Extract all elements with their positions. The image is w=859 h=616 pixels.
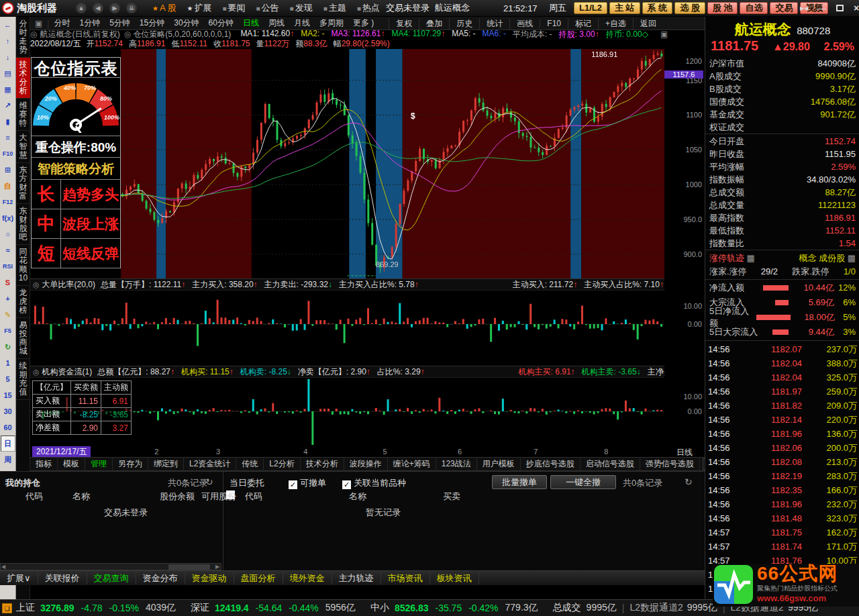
chart-tool-2[interactable]: 历史 — [449, 18, 479, 30]
bottom-tab-7[interactable]: 主力轨迹 — [332, 572, 381, 584]
nav-forward-icon[interactable]: ▶ — [109, 3, 120, 13]
volume-ratio-chart[interactable] — [30, 291, 664, 364]
f5-icon[interactable]: F5 — [1, 323, 15, 339]
chart-tool-1[interactable]: 叠加 — [419, 18, 449, 30]
indicator-tab-6[interactable]: 传统 — [236, 457, 264, 471]
bottom-tab-6[interactable]: 境外资金 — [283, 572, 332, 584]
topbar-button-3[interactable]: 选 股 — [674, 2, 705, 14]
nav-up-icon[interactable]: ▲ — [76, 3, 87, 13]
line-chart-icon[interactable]: ↗ — [1, 97, 15, 113]
top-menu-1[interactable]: ★扩展 — [187, 2, 212, 14]
bottom-tab-8[interactable]: 市场资讯 — [381, 572, 430, 584]
close-button[interactable]: × — [854, 3, 859, 13]
bottom-tab-5[interactable]: 盘面分析 — [234, 572, 283, 584]
topbar-button-4[interactable]: 股 池 — [707, 2, 738, 14]
top-menu-4[interactable]: ■发现 — [290, 2, 313, 14]
nav-more-icon[interactable]: ⇊ — [126, 3, 137, 13]
strategy-icon[interactable]: ◎ — [124, 30, 131, 39]
bottom-tab-1[interactable]: 关联报价 — [38, 572, 87, 584]
sidebar-period-30[interactable]: 30 — [1, 403, 15, 419]
topbar-button-1[interactable]: 主 站 — [609, 2, 640, 14]
sidebar-tab-9[interactable]: 续 期 充 值 — [16, 359, 30, 400]
indicator-tab-10[interactable]: 缠论+筹码 — [388, 457, 436, 471]
period-tab-6[interactable]: 日线 — [238, 17, 264, 29]
sidebar-tab-8[interactable]: 易 投 商 城 — [16, 318, 30, 359]
order-filter-check-1[interactable]: ✓关联当前品种 — [342, 477, 406, 489]
indicator-tab-2[interactable]: 管理 — [85, 457, 113, 471]
chart-tool-8[interactable]: 返回 — [633, 18, 663, 30]
sidebar-tab-1[interactable]: 技 术 分 析 — [16, 58, 30, 99]
indicator-tab-9[interactable]: 波段操作 — [344, 457, 388, 471]
indicator-tab-13[interactable]: 抄底信号选股 — [521, 457, 580, 471]
collapse-icon[interactable]: ◎ — [30, 30, 37, 39]
bottom-tab-0[interactable]: 扩展∨ — [0, 572, 38, 584]
cancel-all-button[interactable]: 一键全撤 — [550, 475, 616, 489]
limit-track-link[interactable]: 涨停轨迹 ▦ — [709, 252, 755, 264]
auto-select-icon[interactable]: 自 — [1, 178, 15, 194]
up-icon[interactable]: ↑ — [1, 33, 15, 49]
f12-icon[interactable]: F12 — [1, 194, 15, 210]
holdings-scrollbar[interactable]: ◀ ▶ — [0, 563, 221, 570]
move-cross-icon[interactable]: + — [1, 291, 15, 307]
sidebar-tab-6[interactable]: 同 花 顺 10 — [16, 245, 30, 286]
sidebar-tab-4[interactable]: 东 方 财 富 — [16, 163, 30, 204]
period-tab-0[interactable]: 分时 — [49, 17, 74, 29]
indicator-tab-4[interactable]: 绑定到 — [148, 457, 184, 471]
period-tab-4[interactable]: 30分钟 — [169, 17, 203, 29]
concept-links[interactable]: 概念 成份股 ▦ — [799, 252, 856, 264]
report-icon[interactable]: ▤ — [1, 65, 15, 81]
indicator-tab-1[interactable]: 模板 — [58, 457, 85, 471]
indicator-tab-12[interactable]: 用户模板 — [477, 457, 521, 471]
kline-chart[interactable] — [30, 49, 664, 278]
sidebar-tab-5[interactable]: 东 财 股 吧 — [16, 204, 30, 245]
sidebar-tab-2[interactable]: 维 赛 特 — [16, 99, 30, 131]
refresh-icon[interactable]: ↻ — [1, 339, 15, 355]
news-icon[interactable]: ≡ — [1, 130, 15, 146]
chart-tool-3[interactable]: 统计 — [479, 18, 509, 30]
sidebar-tab-7[interactable]: 龙 虎 榜 — [16, 286, 30, 318]
period-tab-2[interactable]: 5分钟 — [105, 17, 135, 29]
nav-back-icon[interactable]: ◀ — [93, 3, 103, 13]
top-menu-3[interactable]: ■公告 — [256, 2, 279, 14]
candle-chart-icon[interactable]: ▮ — [1, 113, 15, 130]
period-tab-8[interactable]: 月线 — [289, 17, 315, 29]
current-board[interactable]: 航运概念 — [435, 2, 470, 14]
sidebar-period-15[interactable]: 15 — [1, 387, 15, 403]
indicator-tab-7[interactable]: L2分析 — [264, 457, 300, 471]
maximize-button[interactable] — [836, 3, 844, 13]
sidebar-period-60[interactable]: 60 — [1, 419, 15, 435]
period-tab-1[interactable]: 1分钟 — [74, 17, 105, 29]
topbar-button-0[interactable]: L1/L2 — [574, 2, 607, 14]
checkbox-icon[interactable]: ✓ — [289, 480, 297, 489]
minimize-button[interactable]: — — [817, 3, 826, 13]
collapse-icon[interactable]: ◎ — [33, 368, 40, 376]
formula-icon[interactable]: f(x) — [1, 210, 15, 226]
skin-icon[interactable]: ▶◀ — [800, 5, 808, 11]
layout-icon[interactable]: ▣ — [30, 19, 47, 28]
indicator-tab-15[interactable]: 强势信号选股 — [640, 457, 700, 471]
topbar-button-6[interactable]: 交易 — [770, 2, 798, 14]
chart-tool-0[interactable]: 复权 — [389, 18, 419, 30]
top-menu-5[interactable]: ■主题 — [323, 2, 346, 14]
circle-icon[interactable]: ○ — [1, 226, 15, 242]
chart-tool-6[interactable]: 标记 — [568, 18, 598, 30]
pencil-icon[interactable]: ✎ — [1, 307, 15, 323]
rsi-icon[interactable]: RSI — [1, 258, 15, 274]
sidebar-tab-0[interactable]: 分 时 走 势 — [16, 17, 30, 58]
indicator-tab-0[interactable]: 指标 — [30, 457, 58, 471]
period-tab-10[interactable]: 更多 ) — [348, 17, 378, 29]
chart-tool-4[interactable]: 画线 — [509, 18, 540, 30]
f10-icon[interactable]: F10 — [1, 146, 15, 162]
wave-icon[interactable]: ≈ — [1, 242, 15, 258]
topbar-button-5[interactable]: 自选 — [740, 2, 768, 14]
indicator-tab-3[interactable]: 另存为 — [113, 457, 148, 471]
top-menu-0[interactable]: ★A 股 — [152, 2, 176, 14]
tree-icon[interactable]: ⊞ — [1, 162, 15, 178]
bottom-tab-9[interactable]: 板块资讯 — [430, 572, 479, 584]
chart-tool-5[interactable]: F10 — [540, 19, 568, 28]
period-tab-3[interactable]: 15分钟 — [135, 17, 169, 29]
indicator-tab-5[interactable]: L2资金统计 — [184, 457, 236, 471]
bottom-tab-2[interactable]: 交易查询 — [87, 572, 136, 584]
indicator-tab-14[interactable]: 启动信号选股 — [580, 457, 640, 471]
signal-s-icon[interactable]: S — [1, 274, 15, 291]
